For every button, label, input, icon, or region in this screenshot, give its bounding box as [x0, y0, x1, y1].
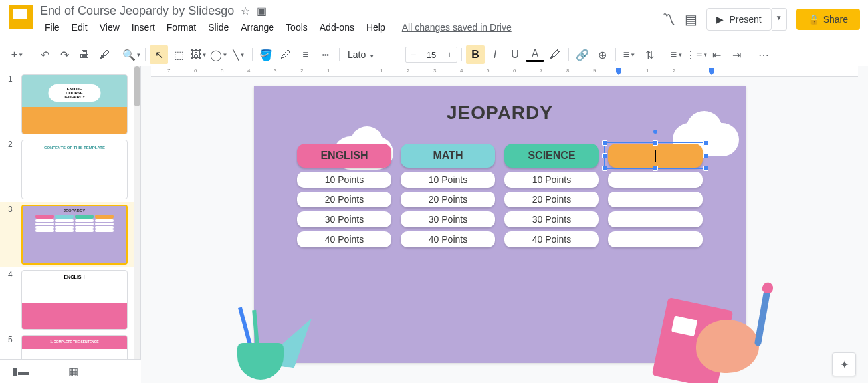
menu-edit[interactable]: Edit: [67, 19, 92, 35]
slide-thumb-3[interactable]: 3 JEOPARDY: [0, 202, 140, 267]
resize-handle[interactable]: [653, 140, 658, 146]
bold-button[interactable]: B: [466, 45, 485, 64]
slide-thumb-2[interactable]: 2 CONTENTS OF THIS TEMPLATE: [0, 137, 140, 202]
underline-button[interactable]: U: [506, 45, 524, 64]
zoom-button[interactable]: 🔍▼: [122, 45, 141, 64]
indent-inc-button[interactable]: ⇥: [727, 45, 746, 64]
category-header-blank-selected[interactable]: [608, 144, 703, 168]
more-button[interactable]: ⋯: [754, 45, 773, 64]
border-weight-button[interactable]: ≡: [296, 45, 315, 64]
point-cell[interactable]: 10 Points: [504, 172, 599, 188]
resize-handle[interactable]: [602, 153, 607, 158]
shape-tool[interactable]: ◯▼: [209, 45, 228, 64]
activity-icon[interactable]: 〽: [662, 12, 675, 27]
menu-format[interactable]: Format: [162, 19, 201, 35]
point-cell[interactable]: 20 Points: [401, 192, 495, 207]
comment-button[interactable]: ⊕: [593, 45, 611, 64]
menu-insert[interactable]: Insert: [127, 19, 160, 35]
image-tool[interactable]: 🖼▼: [189, 45, 208, 64]
textbox-tool[interactable]: ⬚: [169, 45, 188, 64]
line-tool[interactable]: ╲▼: [229, 45, 248, 64]
resize-handle[interactable]: [703, 153, 708, 158]
menu-file[interactable]: File: [40, 19, 64, 35]
indent-dec-button[interactable]: ⇤: [707, 45, 726, 64]
bulleted-list-button[interactable]: ⋮≡▼: [687, 45, 706, 64]
save-status[interactable]: All changes saved in Drive: [402, 22, 512, 33]
present-button[interactable]: ▶ Present: [706, 8, 771, 31]
point-cell[interactable]: 20 Points: [504, 192, 599, 207]
doc-title[interactable]: End of Course Jeopardy by Slidesgo: [40, 4, 234, 18]
line-spacing-button[interactable]: ⇅: [640, 45, 659, 64]
border-color-button[interactable]: 🖊: [276, 45, 295, 64]
rotate-handle[interactable]: [653, 130, 657, 134]
category-header-math[interactable]: MATH: [401, 144, 495, 168]
highlight-button[interactable]: 🖍: [546, 45, 564, 64]
menu-arrange[interactable]: Arrange: [236, 19, 278, 35]
ruler-mark: 8: [566, 68, 569, 74]
slide-num: 3: [8, 205, 16, 265]
menu-tools[interactable]: Tools: [281, 19, 312, 35]
present-icon: ▶: [716, 14, 724, 25]
menu-view[interactable]: View: [95, 19, 124, 35]
link-button[interactable]: 🔗: [573, 45, 592, 64]
italic-button[interactable]: I: [486, 45, 504, 64]
point-cell[interactable]: 40 Points: [297, 231, 391, 247]
undo-button[interactable]: ↶: [35, 45, 54, 64]
point-cell[interactable]: 40 Points: [401, 231, 495, 247]
ruler-mark: 7: [540, 68, 542, 74]
slide-title[interactable]: JEOPARDY: [254, 86, 746, 124]
font-size-inc[interactable]: +: [442, 47, 457, 62]
align-button[interactable]: ≡▼: [620, 45, 639, 64]
point-cell[interactable]: 20 Points: [297, 192, 391, 207]
ruler-indent-marker[interactable]: [709, 68, 714, 75]
point-cell[interactable]: 10 Points: [297, 172, 391, 188]
resize-handle[interactable]: [703, 166, 708, 171]
point-cell[interactable]: 30 Points: [401, 211, 495, 227]
category-header-english[interactable]: ENGLISH: [297, 144, 391, 168]
paint-format-button[interactable]: 🖌: [95, 45, 114, 64]
point-cell[interactable]: [608, 192, 703, 207]
filmstrip-view-button[interactable]: ▮▬: [12, 365, 29, 378]
point-cell[interactable]: [608, 172, 703, 188]
redo-button[interactable]: ↷: [55, 45, 74, 64]
select-tool[interactable]: ↖: [150, 45, 168, 64]
slide-thumb-1[interactable]: 1 END OF COURSE JEOPARDY: [0, 72, 140, 137]
new-slide-button[interactable]: +▼: [8, 45, 27, 64]
ruler-indent-marker[interactable]: [616, 68, 621, 75]
present-dropdown[interactable]: ▼: [772, 8, 787, 31]
point-cell[interactable]: [608, 231, 703, 247]
menu-addons[interactable]: Add-ons: [315, 19, 359, 35]
font-size-input[interactable]: [421, 50, 442, 60]
point-cell[interactable]: 10 Points: [401, 172, 495, 188]
slides-logo[interactable]: [8, 4, 35, 31]
filmstrip-scrollbar[interactable]: [134, 66, 140, 383]
border-dash-button[interactable]: ┅: [316, 45, 335, 64]
grid-view-button[interactable]: ▦: [68, 365, 78, 378]
point-cell[interactable]: [608, 211, 703, 227]
resize-handle[interactable]: [602, 140, 607, 146]
toolbar: +▼ ↶ ↷ 🖶 🖌 🔍▼ ↖ ⬚ 🖼▼ ◯▼ ╲▼ 🪣 🖊 ≡ ┅ Lato …: [0, 43, 868, 66]
print-button[interactable]: 🖶: [75, 45, 94, 64]
category-header-science[interactable]: SCIENCE: [504, 144, 599, 168]
font-select[interactable]: Lato ▼: [344, 48, 397, 61]
star-icon[interactable]: ☆: [241, 5, 250, 17]
point-cell[interactable]: 40 Points: [504, 231, 599, 247]
move-icon[interactable]: ▣: [257, 5, 267, 17]
font-size-dec[interactable]: −: [406, 47, 421, 62]
resize-handle[interactable]: [653, 166, 658, 171]
slide-canvas[interactable]: JEOPARDY ENGLISH 10 Points 20 Points 30 …: [254, 86, 746, 363]
menu-slide[interactable]: Slide: [203, 19, 233, 35]
fill-color-button[interactable]: 🪣: [257, 45, 275, 64]
comments-icon[interactable]: ▤: [685, 11, 697, 27]
resize-handle[interactable]: [602, 166, 607, 171]
ruler-mark: 1: [327, 68, 330, 74]
ruler-mark: 6: [194, 68, 197, 74]
point-cell[interactable]: 30 Points: [504, 211, 599, 227]
numbered-list-button[interactable]: ≡▼: [667, 45, 686, 64]
menu-help[interactable]: Help: [362, 19, 390, 35]
share-button[interactable]: 🔒 Share: [796, 9, 860, 30]
point-cell[interactable]: 30 Points: [297, 211, 391, 227]
slide-thumb-4[interactable]: 4 ENGLISH: [0, 267, 140, 332]
text-color-button[interactable]: A: [526, 47, 544, 62]
explore-button[interactable]: ✦: [832, 352, 856, 376]
